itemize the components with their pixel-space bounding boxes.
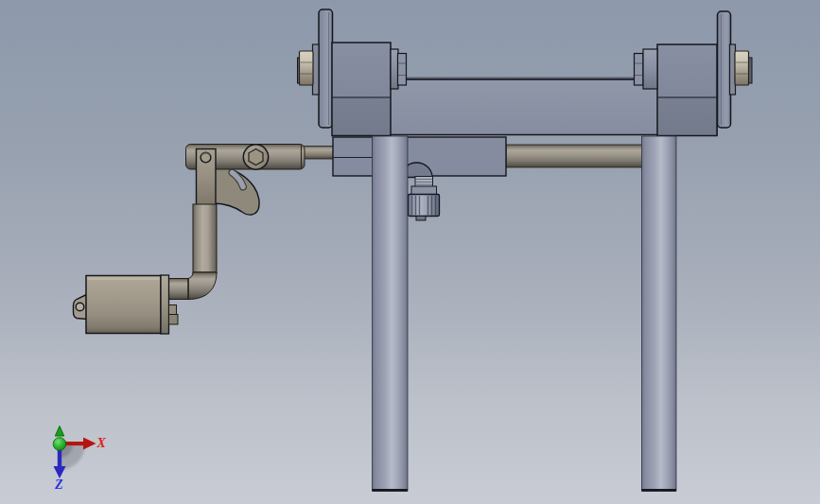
- hub-hex-left[interactable]: [398, 54, 407, 86]
- pivot-bolt-hex[interactable]: [249, 148, 263, 165]
- knob-stem[interactable]: [416, 217, 426, 221]
- leg-right[interactable]: [642, 136, 677, 492]
- x-axis-arrowhead: [83, 438, 96, 450]
- arm-elbow[interactable]: [188, 272, 217, 300]
- y-axis-arrowhead: [55, 426, 63, 437]
- cross-rod[interactable]: [506, 145, 643, 167]
- leg-left[interactable]: [373, 136, 409, 492]
- leg-left-tube[interactable]: [373, 136, 409, 491]
- hub-collar-right[interactable]: [643, 49, 657, 89]
- motor-body-highlight: [88, 278, 160, 281]
- origin-sphere: [53, 438, 66, 451]
- pivot-arm-assembly[interactable]: [168, 145, 305, 300]
- wheel-assembly-left[interactable]: [298, 9, 333, 128]
- bearing-block-left-lower-shade: [333, 97, 391, 135]
- mount-tab-hole[interactable]: [76, 303, 84, 311]
- leg-right-tube[interactable]: [642, 136, 677, 491]
- hub-hex-right[interactable]: [635, 54, 644, 86]
- arm-tube-vertical[interactable]: [193, 204, 217, 273]
- motor-assembly[interactable]: [74, 275, 179, 334]
- axle-nut-left[interactable]: [300, 51, 314, 85]
- x-axis-label: X: [96, 436, 107, 450]
- motor-body[interactable]: [86, 276, 161, 334]
- clamp-assembly[interactable]: [333, 137, 506, 220]
- motor-terminal-upper[interactable]: [169, 305, 177, 315]
- clamp-collar[interactable]: [411, 186, 437, 195]
- bearing-block-right-lower-shade: [658, 97, 717, 135]
- z-axis-label: Z: [54, 478, 63, 492]
- leg-right-bottom-edge: [642, 489, 677, 492]
- axle-shaft-highlight: [406, 78, 635, 78]
- wheel-assembly-right[interactable]: [718, 11, 753, 128]
- arm-tube-horizontal[interactable]: [168, 279, 189, 300]
- cad-viewport[interactable]: X Z: [0, 0, 820, 504]
- clamp-knob[interactable]: [409, 195, 440, 217]
- cad-canvas[interactable]: X Z: [0, 0, 820, 504]
- axle-nut-right[interactable]: [735, 51, 749, 85]
- hub-collar-left[interactable]: [391, 49, 398, 89]
- motor-end-cap[interactable]: [161, 275, 169, 334]
- axis-triad: X Z: [53, 426, 106, 493]
- leg-left-bottom-edge: [373, 489, 409, 492]
- motor-terminal-lower[interactable]: [169, 315, 179, 325]
- wheel-disc-left[interactable]: [319, 9, 333, 128]
- wheel-disc-right[interactable]: [718, 11, 731, 128]
- rod-adapter[interactable]: [303, 147, 335, 160]
